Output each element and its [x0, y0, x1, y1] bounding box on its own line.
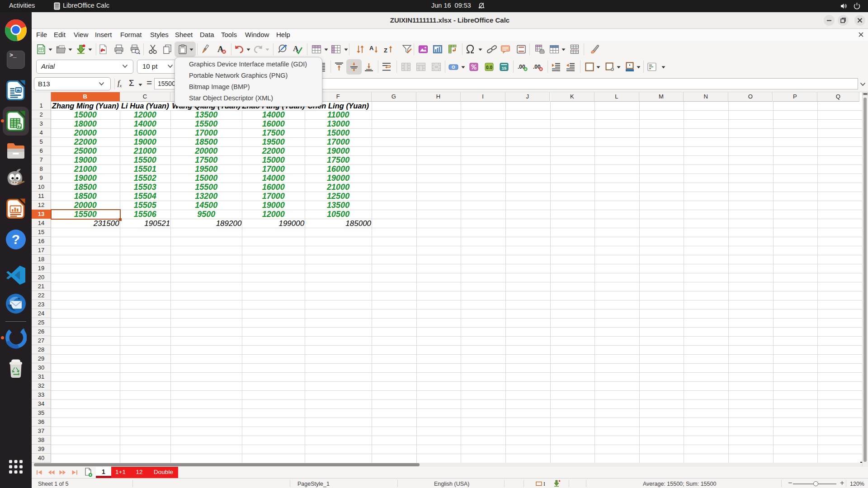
svg-text:A: A — [293, 44, 299, 53]
svg-text:I: I — [543, 481, 545, 487]
svg-text:Z: Z — [384, 47, 387, 54]
svg-text:15: 15 — [502, 66, 507, 70]
svg-text:A: A — [369, 45, 374, 52]
svg-text:0.0: 0.0 — [486, 65, 492, 70]
svg-text:?: ? — [12, 232, 20, 247]
